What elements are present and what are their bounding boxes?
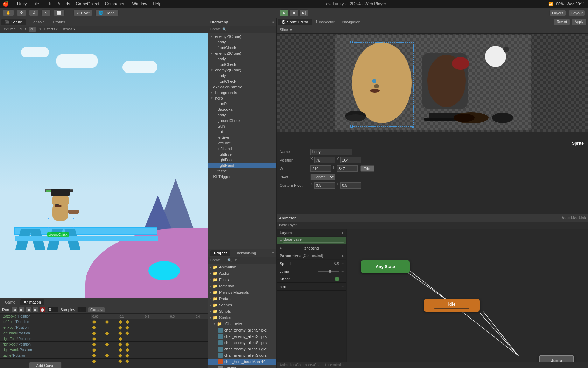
add-curve-button[interactable]: Add Curve xyxy=(29,362,62,368)
keyframe-2[interactable] xyxy=(118,331,122,335)
tab-inspector[interactable]: ℹ Inspector xyxy=(313,19,338,25)
speed-minus[interactable]: − xyxy=(341,261,344,266)
project-folder-5[interactable]: ▸📁Prefabs xyxy=(208,295,276,302)
hero-minus[interactable]: − xyxy=(341,284,344,289)
layout-dropdown[interactable]: Layout xyxy=(569,10,585,16)
project-menu[interactable]: ≡ xyxy=(272,251,274,255)
name-field[interactable] xyxy=(310,149,352,155)
hierarchy-item-3[interactable]: ▾ enemy2(Clone) xyxy=(208,50,276,56)
layers-plus-btn[interactable]: + xyxy=(342,231,344,235)
effects-btn[interactable]: Effects ▾ xyxy=(44,27,58,31)
asterisk-btn[interactable]: ✳ xyxy=(39,27,42,31)
rotate-tool[interactable]: ↺ xyxy=(29,9,38,16)
hierarchy-item-6[interactable]: ▾ enemy2(Clone) xyxy=(208,67,276,73)
size-w-field[interactable] xyxy=(310,165,331,172)
keyframe-3[interactable] xyxy=(118,337,122,341)
hand-tool[interactable]: ✋ xyxy=(3,9,14,16)
hierarchy-item-0[interactable]: ▾ enemy2(Clone) xyxy=(208,34,276,39)
project-folder-1[interactable]: ▸📁Audio xyxy=(208,270,276,277)
project-folder-0[interactable]: ▸📁Animation xyxy=(208,264,276,270)
project-settings[interactable]: ⚙ xyxy=(234,258,238,262)
keyframe-6[interactable] xyxy=(92,354,96,357)
hierarchy-item-1[interactable]: body xyxy=(208,39,276,45)
hierarchy-item-4[interactable]: body xyxy=(208,56,276,62)
keyframe-5[interactable] xyxy=(125,348,129,352)
pos-y-field[interactable] xyxy=(340,157,361,163)
shoot-minus[interactable]: − xyxy=(341,277,344,281)
frame-input[interactable] xyxy=(48,307,58,312)
anim-record[interactable]: ⬤ xyxy=(39,307,46,313)
project-file-12[interactable]: char_enemy_alienShip-s xyxy=(208,340,276,346)
keyframe-2[interactable] xyxy=(105,331,109,335)
menu-unity[interactable]: Unity xyxy=(17,1,27,6)
apple-menu[interactable]: 🍎 xyxy=(3,1,9,7)
hierarchy-item-21[interactable]: rightEye xyxy=(208,151,276,157)
step-button[interactable]: ▶| xyxy=(299,9,308,16)
transform-handle-br[interactable] xyxy=(74,227,74,228)
project-folder-9[interactable]: ▾📁_Character xyxy=(208,321,276,327)
samples-input[interactable] xyxy=(77,307,86,312)
tab-profiler[interactable]: Profiler xyxy=(50,19,69,25)
project-file-16[interactable]: Smoke xyxy=(208,365,276,368)
hierarchy-item-17[interactable]: hat xyxy=(208,129,276,135)
cpivot-x-field[interactable] xyxy=(314,182,335,189)
jump-state-node[interactable]: Jump xyxy=(539,355,574,362)
project-create[interactable]: Create xyxy=(210,258,221,262)
project-folder-4[interactable]: ▸📁Physics Materials xyxy=(208,289,276,295)
keyframe-6[interactable] xyxy=(105,354,109,357)
auto-live-link[interactable]: Auto Live Link xyxy=(562,216,586,220)
twod-btn[interactable]: 2D xyxy=(29,27,36,32)
track-row-0[interactable]: Bazooka / Position xyxy=(0,314,91,319)
anim-prev[interactable]: ◀ xyxy=(25,307,31,313)
project-folder-8[interactable]: ▾📁Sprites xyxy=(208,314,276,321)
hierarchy-item-15[interactable]: groundCheck xyxy=(208,118,276,123)
transform-handle-bl[interactable] xyxy=(48,227,49,228)
hierarchy-item-7[interactable]: body xyxy=(208,73,276,79)
keyframe-5[interactable] xyxy=(92,348,96,352)
pos-x-field[interactable] xyxy=(314,157,335,163)
menu-component[interactable]: Component xyxy=(105,1,127,6)
hierarchy-item-12[interactable]: armR xyxy=(208,101,276,107)
keyframe-0[interactable] xyxy=(92,320,96,324)
curves-btn[interactable]: Curves xyxy=(88,307,105,312)
keyframe-2[interactable] xyxy=(125,331,129,335)
anim-play[interactable]: ▶ xyxy=(18,307,24,313)
tab-versioning[interactable]: Versioning xyxy=(233,250,260,256)
hierarchy-menu[interactable]: ≡ xyxy=(272,20,274,24)
shooting-layer-row[interactable]: ▶ shooting − xyxy=(277,244,346,252)
jump-slider[interactable] xyxy=(318,271,339,272)
shooting-minus[interactable]: − xyxy=(341,246,344,251)
project-folder-7[interactable]: ▸📁Scripts xyxy=(208,308,276,314)
keyframe-1[interactable] xyxy=(125,326,129,329)
project-folder-3[interactable]: ▸📁Materials xyxy=(208,283,276,289)
tab-console[interactable]: Console xyxy=(27,19,48,25)
hierarchy-item-8[interactable]: frontCheck xyxy=(208,79,276,84)
size-h-field[interactable] xyxy=(337,165,358,172)
track-row-2[interactable]: leftFoot / Position xyxy=(0,325,91,330)
hierarchy-item-25[interactable]: KillTrigger xyxy=(208,174,276,179)
track-row-6[interactable]: rightHand / Position xyxy=(0,347,91,353)
play-button[interactable]: ▶ xyxy=(280,9,289,16)
pivot-select[interactable]: Center Top Left Bottom xyxy=(310,174,335,180)
create-btn[interactable]: Create xyxy=(210,27,221,31)
menu-gameobject[interactable]: GameObject xyxy=(76,1,99,6)
any-state-node[interactable]: Any State xyxy=(361,260,410,273)
project-folder-2[interactable]: ▸📁Fonts xyxy=(208,277,276,283)
anim-start[interactable]: |◀ xyxy=(11,307,18,313)
trim-button[interactable]: Trim xyxy=(360,165,374,172)
keyframe-3[interactable] xyxy=(92,337,96,341)
tab-scene[interactable]: 🎬 Scene xyxy=(1,19,26,25)
hierarchy-item-18[interactable]: leftEye xyxy=(208,135,276,140)
global-toggle[interactable]: 🌐 Global xyxy=(95,9,119,16)
keyframe-0[interactable] xyxy=(105,320,109,324)
layers-dropdown[interactable]: Layers xyxy=(550,10,566,16)
keyframe-2[interactable] xyxy=(92,331,96,335)
menu-window[interactable]: Window xyxy=(132,1,147,6)
hierarchy-item-10[interactable]: ▸ Foregrounds xyxy=(208,90,276,95)
project-file-11[interactable]: char_enemy_alienShip-s xyxy=(208,333,276,340)
hierarchy-item-5[interactable]: frontCheck xyxy=(208,62,276,67)
shoot-checkbox[interactable] xyxy=(335,277,339,281)
keyframe-1[interactable] xyxy=(118,326,122,329)
hierarchy-list[interactable]: ▾ enemy2(Clone) body frontCheck▾ enemy2(… xyxy=(208,33,276,249)
keyframe-4[interactable] xyxy=(105,342,109,346)
